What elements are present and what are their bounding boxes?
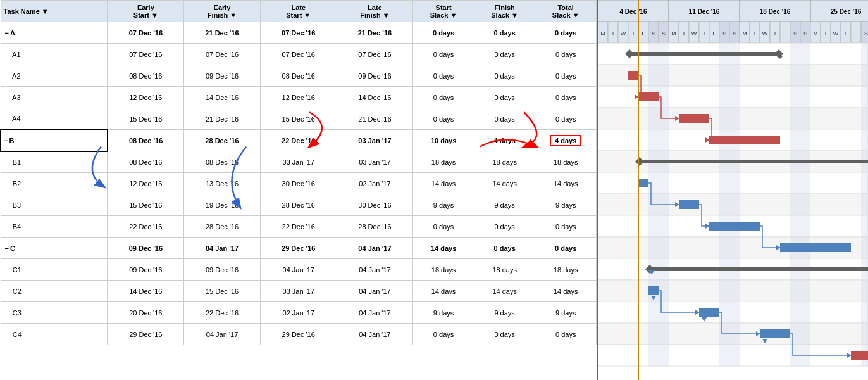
cell-early-start: 09 Dec '16 bbox=[108, 238, 184, 259]
cell-late-finish: 14 Dec '16 bbox=[337, 87, 413, 108]
cell-total-slack: 0 days bbox=[535, 216, 597, 238]
cell-total-slack: 0 days bbox=[535, 238, 597, 259]
finish-slack-sort-icon: ▼ bbox=[511, 11, 518, 19]
cell-total-slack: 14 days bbox=[535, 281, 597, 302]
cell-task-name: B1 bbox=[1, 151, 108, 173]
start-slack-sort-icon: ▼ bbox=[450, 11, 457, 19]
cell-late-finish: 30 Dec '16 bbox=[337, 194, 413, 216]
group-toggle[interactable]: − bbox=[4, 137, 8, 144]
cell-early-start: 22 Dec '16 bbox=[108, 216, 184, 238]
cell-late-start: 22 Dec '16 bbox=[260, 216, 337, 238]
table-row: C1 09 Dec '16 09 Dec '16 04 Jan '17 04 J… bbox=[1, 259, 597, 281]
table-row: B4 22 Dec '16 28 Dec '16 22 Dec '16 28 D… bbox=[1, 216, 597, 238]
col-late-start[interactable]: LateStart ▼ bbox=[260, 1, 337, 22]
cell-start-slack: 0 days bbox=[413, 216, 474, 238]
cell-early-start: 15 Dec '16 bbox=[108, 108, 184, 130]
cell-finish-slack: 4 days bbox=[474, 130, 535, 151]
task-table: Task Name ▼ EarlyStart ▼ EarlyFinish ▼ L… bbox=[0, 0, 597, 345]
table-row: C2 14 Dec '16 15 Dec '16 03 Jan '17 04 J… bbox=[1, 281, 597, 302]
cell-late-finish: 07 Dec '16 bbox=[337, 44, 413, 65]
cell-start-slack: 18 days bbox=[413, 151, 474, 173]
cell-start-slack: 9 days bbox=[413, 194, 474, 216]
cell-late-start: 03 Jan '17 bbox=[260, 281, 337, 302]
cell-early-finish: 15 Dec '16 bbox=[184, 281, 261, 302]
task-name-sort-icon[interactable]: ▼ bbox=[42, 8, 49, 15]
cell-finish-slack: 0 days bbox=[474, 324, 535, 345]
cell-early-finish: 21 Dec '16 bbox=[184, 108, 261, 130]
cell-late-start: 07 Dec '16 bbox=[260, 22, 337, 44]
cell-task-name: −B bbox=[1, 130, 108, 151]
table-row: B2 12 Dec '16 13 Dec '16 30 Dec '16 02 J… bbox=[1, 173, 597, 194]
cell-late-finish: 04 Jan '17 bbox=[337, 302, 413, 324]
cell-start-slack: 9 days bbox=[413, 302, 474, 324]
cell-task-name: C2 bbox=[1, 281, 108, 302]
early-finish-sort-icon: ▼ bbox=[230, 11, 237, 19]
cell-finish-slack: 0 days bbox=[474, 22, 535, 44]
group-toggle[interactable]: − bbox=[5, 29, 9, 37]
cell-task-name: A2 bbox=[1, 65, 108, 87]
col-start-slack[interactable]: StartSlack ▼ bbox=[413, 1, 474, 22]
cell-late-finish: 03 Jan '17 bbox=[337, 151, 413, 173]
cell-early-start: 15 Dec '16 bbox=[108, 194, 184, 216]
table-row: C4 29 Dec '16 04 Jan '17 29 Dec '16 04 J… bbox=[1, 324, 597, 345]
cell-finish-slack: 0 days bbox=[474, 65, 535, 87]
cell-early-finish: 14 Dec '16 bbox=[184, 87, 261, 108]
cell-start-slack: 14 days bbox=[413, 173, 474, 194]
cell-late-start: 03 Jan '17 bbox=[260, 151, 337, 173]
cell-total-slack: 0 days bbox=[535, 44, 597, 65]
group-toggle[interactable]: − bbox=[5, 244, 9, 252]
col-total-slack[interactable]: TotalSlack ▼ bbox=[535, 1, 597, 22]
cell-late-finish: 21 Dec '16 bbox=[337, 22, 413, 44]
cell-total-slack: 0 days bbox=[535, 324, 597, 345]
table-wrapper: Task Name ▼ EarlyStart ▼ EarlyFinish ▼ L… bbox=[0, 0, 597, 345]
col-finish-slack[interactable]: FinishSlack ▼ bbox=[474, 1, 535, 22]
cell-total-slack: 14 days bbox=[535, 173, 597, 194]
cell-start-slack: 18 days bbox=[413, 259, 474, 281]
table-row: −A 07 Dec '16 21 Dec '16 07 Dec '16 21 D… bbox=[1, 22, 597, 44]
cell-start-slack: 0 days bbox=[413, 108, 474, 130]
col-late-finish[interactable]: LateFinish ▼ bbox=[337, 1, 413, 22]
cell-task-name: C1 bbox=[1, 259, 108, 281]
cell-late-finish: 21 Dec '16 bbox=[337, 108, 413, 130]
cell-late-finish: 04 Jan '17 bbox=[337, 238, 413, 259]
cell-early-finish: 21 Dec '16 bbox=[184, 22, 261, 44]
cell-total-slack: 0 days bbox=[535, 65, 597, 87]
cell-early-start: 14 Dec '16 bbox=[108, 281, 184, 302]
cell-finish-slack: 9 days bbox=[474, 302, 535, 324]
total-slack-highlight: 4 days bbox=[550, 135, 581, 146]
gantt-section bbox=[598, 0, 868, 380]
col-task-name[interactable]: Task Name ▼ bbox=[1, 1, 108, 22]
cell-finish-slack: 0 days bbox=[474, 44, 535, 65]
cell-late-finish: 04 Jan '17 bbox=[337, 259, 413, 281]
cell-late-start: 02 Jan '17 bbox=[260, 302, 337, 324]
cell-start-slack: 14 days bbox=[413, 238, 474, 259]
cell-finish-slack: 18 days bbox=[474, 151, 535, 173]
cell-total-slack: 18 days bbox=[535, 151, 597, 173]
cell-finish-slack: 14 days bbox=[474, 173, 535, 194]
cell-late-start: 22 Dec '16 bbox=[260, 130, 337, 151]
late-start-sort-icon: ▼ bbox=[304, 11, 311, 19]
col-early-finish[interactable]: EarlyFinish ▼ bbox=[184, 1, 261, 22]
cell-early-finish: 09 Dec '16 bbox=[184, 259, 261, 281]
cell-task-name: B2 bbox=[1, 173, 108, 194]
table-row: B1 08 Dec '16 08 Dec '16 03 Jan '17 03 J… bbox=[1, 151, 597, 173]
cell-start-slack: 0 days bbox=[413, 324, 474, 345]
cell-late-finish: 28 Dec '16 bbox=[337, 216, 413, 238]
cell-task-name: −C bbox=[1, 238, 108, 259]
cell-finish-slack: 9 days bbox=[474, 194, 535, 216]
cell-start-slack: 10 days bbox=[413, 130, 474, 151]
col-early-start[interactable]: EarlyStart ▼ bbox=[108, 1, 184, 22]
cell-task-name: B4 bbox=[1, 216, 108, 238]
cell-task-name: −A bbox=[1, 22, 108, 44]
cell-early-start: 07 Dec '16 bbox=[108, 22, 184, 44]
cell-late-start: 28 Dec '16 bbox=[260, 194, 337, 216]
cell-task-name: C4 bbox=[1, 324, 108, 345]
cell-early-finish: 28 Dec '16 bbox=[184, 130, 261, 151]
cell-early-start: 12 Dec '16 bbox=[108, 173, 184, 194]
gantt-canvas bbox=[598, 0, 868, 380]
cell-late-start: 29 Dec '16 bbox=[260, 238, 337, 259]
cell-total-slack: 9 days bbox=[535, 302, 597, 324]
cell-finish-slack: 0 days bbox=[474, 216, 535, 238]
cell-total-slack: 9 days bbox=[535, 194, 597, 216]
table-row: C3 20 Dec '16 22 Dec '16 02 Jan '17 04 J… bbox=[1, 302, 597, 324]
